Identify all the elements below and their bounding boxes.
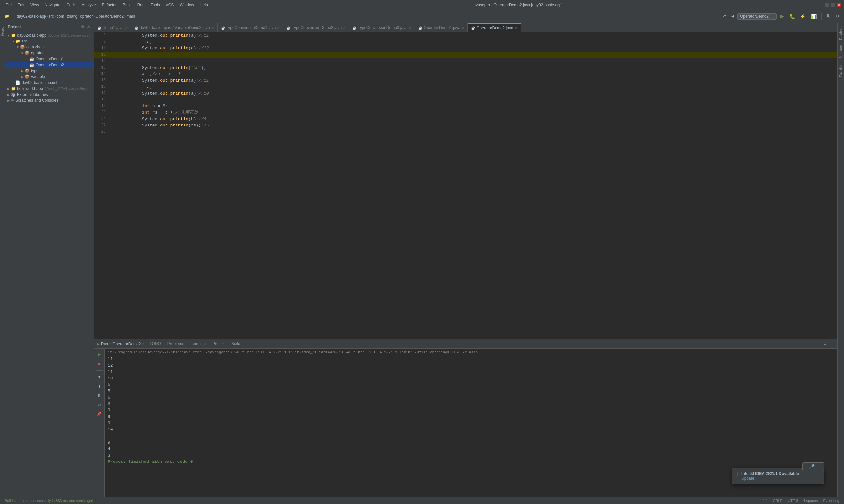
close-button[interactable]: ✕ xyxy=(837,3,841,7)
settings-btn[interactable]: ⚙ xyxy=(834,13,841,19)
breadcrumb-project[interactable]: day02-basic-app xyxy=(17,14,46,19)
tree-item-helloworld[interactable]: ▶ 📁 helloworld-app D:\code_IDEA\javasepr… xyxy=(5,86,93,92)
toolbar-back-btn[interactable]: ◀ xyxy=(729,13,736,19)
coverage-button[interactable]: ⚡ xyxy=(798,13,808,20)
menu-view[interactable]: View xyxy=(28,2,41,8)
maximize-button[interactable]: □ xyxy=(831,3,836,7)
tree-item-type[interactable]: ▶ 📦 type xyxy=(5,68,93,74)
structure-tab-label[interactable]: Structure xyxy=(839,45,843,59)
notification-link[interactable]: Update... xyxy=(741,476,819,481)
status-event-log[interactable]: Event Log xyxy=(821,499,841,503)
tab-close-typeconv3[interactable]: ✕ xyxy=(409,26,411,30)
bottom-tab-build[interactable]: Build xyxy=(228,339,244,348)
bottom-tab-label-terminal: Terminal xyxy=(191,341,206,346)
run-clear-btn[interactable]: 🗑 xyxy=(95,392,103,400)
panel-minimize-btn[interactable]: ─ xyxy=(829,342,833,346)
menu-edit[interactable]: Edit xyxy=(15,2,27,8)
menu-refactor[interactable]: Refactor xyxy=(99,2,119,8)
menu-window[interactable]: Window xyxy=(177,2,196,8)
breadcrumb-zhang[interactable]: zhang xyxy=(67,14,77,19)
tree-item-operatordemo1[interactable]: ▶ ☕ OperatorDemo1 xyxy=(5,56,93,62)
tab-close-operatordemo2[interactable]: ✕ xyxy=(515,26,517,30)
status-encoding[interactable]: UTF-8 xyxy=(786,499,800,503)
menu-bar[interactable]: File Edit View Navigate Code Analyze Ref… xyxy=(3,2,211,8)
panel-settings-btn[interactable]: ⚙ xyxy=(822,341,828,346)
bottom-tab-terminal[interactable]: Terminal xyxy=(188,339,209,348)
menu-help[interactable]: Help xyxy=(197,2,211,8)
tab-close-operatordemo1[interactable]: ✕ xyxy=(462,26,464,30)
toolbar-project-btn[interactable]: 📁 xyxy=(3,13,11,19)
status-spaces[interactable]: 4 spaces xyxy=(801,499,820,503)
menu-analyze[interactable]: Analyze xyxy=(79,2,99,8)
toolbar-vcs-btn[interactable]: ⎇ xyxy=(720,13,728,19)
tab-close-typeconv2[interactable]: ✕ xyxy=(343,26,345,30)
tree-item-comzhang[interactable]: ▼ 📦 com.zhang xyxy=(5,44,93,50)
run-filter-btn[interactable]: ⚙ xyxy=(95,401,103,409)
tree-item-oprator[interactable]: ▼ 📦 oprator xyxy=(5,50,93,56)
tree-item-operatordemo2[interactable]: ▶ ☕ OperatorDemo2 xyxy=(5,62,93,68)
tree-item-variable[interactable]: ▶ 📦 variable xyxy=(5,74,93,80)
project-tab-label[interactable]: Project xyxy=(0,23,5,38)
run-output[interactable]: "C:\Program Files\Java\jdk-17\bin\java.e… xyxy=(104,348,838,497)
run-tab-close[interactable]: ✕ xyxy=(142,342,145,345)
tree-item-src[interactable]: ▼ 📁 src xyxy=(5,38,93,44)
menu-vcs[interactable]: VCS xyxy=(163,2,177,8)
tree-item-scratches[interactable]: ▶ ✏ Scratches and Consoles xyxy=(5,97,93,104)
status-line-ending[interactable]: CRLF xyxy=(771,499,785,503)
tree-item-iml[interactable]: ▶ 📄 day02-basic-app.iml xyxy=(5,80,93,86)
bottom-tab-todo[interactable]: TODO xyxy=(146,339,164,348)
tab-close-typeconv1[interactable]: ✕ xyxy=(277,26,279,30)
window-controls[interactable]: ─ □ ✕ xyxy=(825,3,841,7)
run-scroll-bot-btn[interactable]: ⬇ xyxy=(95,382,103,390)
menu-run[interactable]: Run xyxy=(135,2,148,8)
tab-operatordemo1[interactable]: ☕ OperatorDemo1.java ✕ xyxy=(415,23,468,32)
code-editor[interactable]: 8 System.out.println(a);//11 9 ++a; 10 xyxy=(94,32,838,339)
tree-item-extlibs[interactable]: ▶ 📚 External Libraries xyxy=(5,92,93,97)
menu-code[interactable]: Code xyxy=(64,2,79,8)
menu-navigate[interactable]: Navigate xyxy=(42,2,63,8)
debug-button[interactable]: 🐛 xyxy=(787,13,797,20)
menu-file[interactable]: File xyxy=(3,2,14,8)
tab-typeconv3[interactable]: ☕ TypeConversionDemo3.java ✕ xyxy=(349,23,415,32)
popup-cursor-btn[interactable]: | xyxy=(806,464,807,469)
breadcrumb-com[interactable]: com xyxy=(57,14,64,19)
breadcrumb-src[interactable]: src xyxy=(49,14,54,19)
tab-operatordemo2[interactable]: ☕ OperatorDemo2.java ✕ xyxy=(468,23,521,32)
panel-action-close[interactable]: ✕ xyxy=(86,24,91,29)
breadcrumb-file[interactable]: OperatorDemo2 xyxy=(95,14,124,19)
tree-item-root[interactable]: ▼ 📁 day02-basic-app D:\code_IDEA\javasep… xyxy=(5,32,93,38)
tab-demo1[interactable]: ☕ Demo1.java ✕ xyxy=(94,23,131,32)
favorites-tab-label[interactable]: Favorites xyxy=(839,64,843,77)
line-num-22: 22 xyxy=(94,122,110,128)
popup-more-btn[interactable]: ··· xyxy=(817,464,821,469)
run-scroll-top-btn[interactable]: ⬆ xyxy=(95,373,103,381)
status-position[interactable]: 1:1 xyxy=(761,499,770,503)
tab-close-variabledemo2[interactable]: ✕ xyxy=(211,26,214,30)
menu-tools[interactable]: Tools xyxy=(148,2,162,8)
line-content-15: System.out.println(a);//11 xyxy=(110,77,838,84)
database-tab-label[interactable]: Database xyxy=(839,26,843,40)
window-title: javasepro - OperatorDemo2.java [day02-ba… xyxy=(211,3,825,7)
run-header[interactable]: ▶ Run : OperatorDemo2 ✕ xyxy=(95,342,146,346)
tab-typeconv2[interactable]: ☕ TypeConversionDemo2.java ✕ xyxy=(283,23,349,32)
menu-build[interactable]: Build xyxy=(120,2,134,8)
bottom-tab-profiler[interactable]: Profiler xyxy=(209,339,228,348)
run-config-selector[interactable]: OperatorDemo2 xyxy=(737,13,777,20)
tab-typeconv1[interactable]: ☕ TypeConversionDemo1.java ✕ xyxy=(218,23,283,32)
breadcrumb-oprator[interactable]: oprator xyxy=(80,14,93,19)
run-stop-btn[interactable]: ■ xyxy=(95,360,103,367)
bottom-tab-problems[interactable]: Problems xyxy=(164,339,188,348)
tab-close-demo1[interactable]: ✕ xyxy=(125,26,127,30)
breadcrumb-method[interactable]: main xyxy=(126,14,135,19)
run-restart-btn[interactable]: ▶ xyxy=(95,350,103,358)
run-button[interactable]: ▶ xyxy=(778,12,786,20)
minimize-button[interactable]: ─ xyxy=(825,3,829,7)
panel-action-1[interactable]: ⊞ xyxy=(74,24,80,29)
status-build-message[interactable]: Build completed successfully in 883 ms (… xyxy=(3,499,95,503)
tab-variabledemo2[interactable]: ☕ day02-basic-app\...\VariableDemo2.java… xyxy=(131,23,218,32)
run-pin-btn[interactable]: 📌 xyxy=(95,410,103,418)
popup-mic-btn[interactable]: 🎤 xyxy=(809,464,815,469)
panel-action-2[interactable]: ⚙ xyxy=(80,24,85,29)
profile-button[interactable]: 📊 xyxy=(809,13,819,20)
search-btn[interactable]: 🔍 xyxy=(824,13,833,19)
